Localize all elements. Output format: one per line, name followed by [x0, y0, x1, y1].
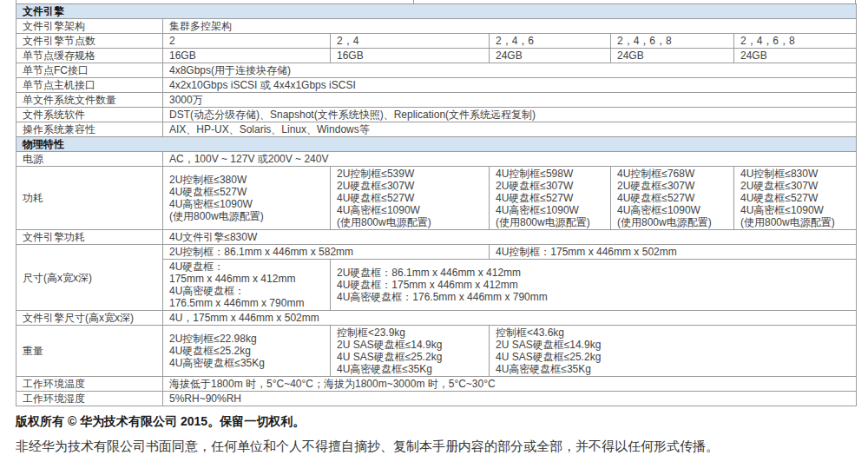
spec-value: 4U控制框≤598W 2U硬盘框≤307W 4U硬盘框≤527W 4U高密框≤1…	[490, 167, 611, 230]
spec-value: AIX、HP-UX、Solaris、Linux、Windows等	[163, 122, 857, 137]
table-row-engine-power: 文件引擎功耗 4U文件引擎≤830W	[16, 230, 857, 245]
section-header-physical: 物理特性	[16, 137, 857, 152]
spec-value: 2U控制框≤539W 2U硬盘框≤307W 4U硬盘框≤527W 4U高密框≤1…	[331, 167, 490, 230]
spec-label: 电源	[16, 152, 163, 167]
table-row-os: 操作系统兼容性 AIX、HP-UX、Solaris、Linux、Windows等	[16, 122, 857, 137]
spec-value: 2，4，6	[490, 34, 611, 49]
spec-value: 4x2x10Gbps iSCSI 或 4x4x1Gbps iSCSI	[163, 78, 857, 93]
table-row-weight: 重量 2U控制框≤22.98kg 4U硬盘框≤25.2kg 4U高密硬盘框≤35…	[16, 326, 857, 377]
section-title: 物理特性	[16, 137, 857, 152]
table-row-power: 功耗 2U控制框≤380W 4U硬盘框≤527W 4U高密框≤1090W (使用…	[16, 167, 857, 230]
spec-value: 2U硬盘框：86.1mm x 446mm x 412mm 4U硬盘框：175mm…	[331, 260, 857, 311]
spec-value: 24GB	[490, 49, 611, 63]
table-row-temp: 工作环境温度 海拔低于1800m 时，5°C~40°C；海拔为1800m~300…	[16, 377, 857, 392]
spec-label: 文件引擎架构	[16, 19, 163, 34]
section-title: 文件引擎	[16, 4, 857, 19]
table-row-humidity: 工作环境湿度 5%RH~90%RH	[16, 392, 857, 406]
spec-label: 单节点主机接口	[16, 78, 163, 93]
spec-value: 4U控制框≤768W 2U硬盘框≤307W 4U硬盘框≤527W 4U高密框≤1…	[611, 167, 734, 230]
spec-value: 2U控制框≤22.98kg 4U硬盘框≤25.2kg 4U高密硬盘框≤35Kg	[163, 326, 331, 377]
spec-value: 4U硬盘框： 175mm x 446mm x 412mm 4U高密硬盘框： 17…	[163, 260, 331, 311]
spec-value: 2，4	[331, 34, 490, 49]
spec-label: 工作环境温度	[16, 377, 163, 392]
table-row-cache: 单节点缓存规格 16GB 16GB 24GB 24GB 24GB	[16, 49, 857, 63]
spec-value: 集群多控架构	[163, 19, 857, 34]
table-row-software: 文件系统软件 DST(动态分级存储)、Snapshot(文件系统快照)、Repl…	[16, 108, 857, 122]
spec-value: 24GB	[734, 49, 857, 63]
spec-value: 5%RH~90%RH	[163, 392, 857, 406]
legal-notice-line: 非经华为技术有限公司书面同意，任何单位和个人不得擅自摘抄、复制本手册内容的部分或…	[16, 438, 852, 454]
spec-value: 2U控制框≤380W 4U硬盘框≤527W 4U高密框≤1090W (使用800…	[163, 167, 331, 230]
table-row-fc: 单节点FC接口 4x8Gbps(用于连接块存储)	[16, 63, 857, 78]
spec-value: 2U控制框：86.1mm x 446mm x 582mm	[163, 245, 490, 260]
spec-value: 16GB	[163, 49, 331, 63]
spec-label: 功耗	[16, 167, 163, 230]
spec-label: 单节点FC接口	[16, 63, 163, 78]
spec-label: 文件系统软件	[16, 108, 163, 122]
spec-label: 文件引擎尺寸(高x宽x深)	[16, 311, 163, 326]
table-row-host: 单节点主机接口 4x2x10Gbps iSCSI 或 4x4x1Gbps iSC…	[16, 78, 857, 93]
spec-value: 4x8Gbps(用于连接块存储)	[163, 63, 857, 78]
spec-value: 海拔低于1800m 时，5°C~40°C；海拔为1800m~3000m 时，5°…	[163, 377, 857, 392]
legal-footer: 版权所有 © 华为技术有限公司 2015。保留一切权利。 非经华为技术有限公司书…	[16, 413, 852, 454]
spec-label: 文件引擎功耗	[16, 230, 163, 245]
spec-value: 2，4，6，8	[734, 34, 857, 49]
spec-label: 文件引擎节点数	[16, 34, 163, 49]
spec-label: 工作环境湿度	[16, 392, 163, 406]
spec-value: 4U，175mm x 446mm x 502mm	[163, 311, 857, 326]
spec-value: 2	[163, 34, 331, 49]
table-row-power-supply: 电源 AC，100V ~ 127V 或200V ~ 240V	[16, 152, 857, 167]
spec-label: 单文件系统文件数量	[16, 93, 163, 108]
copyright-line: 版权所有 © 华为技术有限公司 2015。保留一切权利。	[16, 413, 852, 429]
spec-value: DST(动态分级存储)、Snapshot(文件系统快照)、Replication…	[163, 108, 857, 122]
spec-sheet-page: 文件引擎 文件引擎架构 集群多控架构 文件引擎节点数 2 2，4 2，4，6 2…	[0, 0, 868, 475]
spec-value: 24GB	[611, 49, 734, 63]
spec-value: 4U控制框≤830W 2U硬盘框≤307W 4U硬盘框≤527W 4U高密框≤1…	[734, 167, 857, 230]
table-row-files: 单文件系统文件数量 3000万	[16, 93, 857, 108]
spec-value: 4U文件引擎≤830W	[163, 230, 857, 245]
product-spec-table: 文件引擎 文件引擎架构 集群多控架构 文件引擎节点数 2 2，4 2，4，6 2…	[16, 3, 857, 406]
spec-label: 操作系统兼容性	[16, 122, 163, 137]
table-row-arch: 文件引擎架构 集群多控架构	[16, 19, 857, 34]
table-row-engine-dims: 文件引擎尺寸(高x宽x深) 4U，175mm x 446mm x 502mm	[16, 311, 857, 326]
spec-value: AC，100V ~ 127V 或200V ~ 240V	[163, 152, 857, 167]
table-row-nodes: 文件引擎节点数 2 2，4 2，4，6 2，4，6，8 2，4，6，8	[16, 34, 857, 49]
section-header-file-engine: 文件引擎	[16, 4, 857, 19]
spec-value: 3000万	[163, 93, 857, 108]
spec-value: 4U控制框：175mm x 446mm x 502mm	[490, 245, 857, 260]
spec-value: 16GB	[331, 49, 490, 63]
spec-label: 重量	[16, 326, 163, 377]
table-row-dims-top: 尺寸(高x宽x深) 2U控制框：86.1mm x 446mm x 582mm 4…	[16, 245, 857, 260]
spec-value: 控制框<43.6kg 2U SAS硬盘框≤14.9kg 4U SAS硬盘框≤25…	[490, 326, 857, 377]
spec-label: 单节点缓存规格	[16, 49, 163, 63]
spec-value: 控制框<23.9kg 2U SAS硬盘框≤14.9kg 4U SAS硬盘框≤25…	[331, 326, 490, 377]
spec-label: 尺寸(高x宽x深)	[16, 245, 163, 311]
spec-value: 2，4，6，8	[611, 34, 734, 49]
